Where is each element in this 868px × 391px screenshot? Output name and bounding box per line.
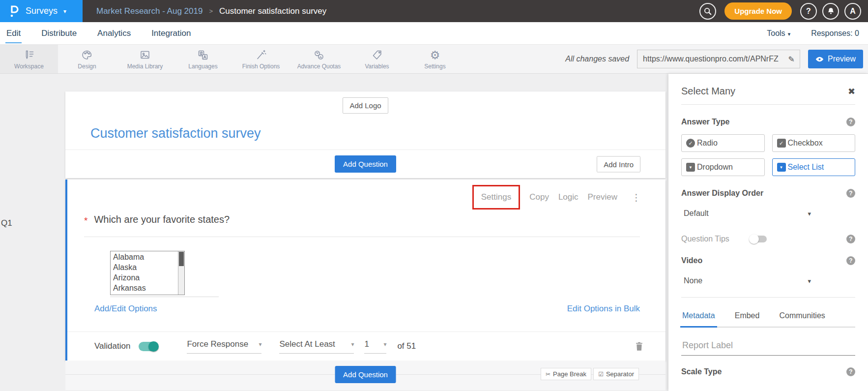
- radio-icon: ✓: [686, 139, 695, 148]
- validation-total-label: of 51: [397, 341, 416, 351]
- tab-communities[interactable]: Communities: [779, 311, 825, 327]
- surveys-product-menu[interactable]: Surveys ▾: [0, 0, 83, 22]
- list-item[interactable]: Arkansas: [113, 283, 178, 293]
- question-settings-action[interactable]: Settings: [481, 192, 511, 202]
- page-break-button[interactable]: ✂ Page Break: [541, 368, 591, 380]
- question-copy-action[interactable]: Copy: [529, 192, 549, 202]
- list-item[interactable]: Alaska: [113, 262, 178, 272]
- nav-tabs: Edit Distribute Analytics Integration: [5, 23, 192, 43]
- validation-toggle[interactable]: [139, 342, 158, 351]
- answer-type-label: Answer Type: [681, 118, 729, 126]
- chevron-down-icon: ▾: [788, 31, 791, 37]
- question-text[interactable]: Which are your favorite states?: [94, 214, 230, 226]
- preview-button[interactable]: Preview: [808, 50, 863, 68]
- close-icon[interactable]: ✖: [848, 86, 855, 97]
- add-intro-button[interactable]: Add Intro: [597, 156, 640, 172]
- video-label: Video: [681, 256, 702, 265]
- help-circle-icon[interactable]: ?: [846, 118, 855, 126]
- select-at-least-dropdown[interactable]: Select At Least ▾: [279, 339, 354, 354]
- toolbar-right: All changes saved ✎ Preview: [565, 45, 868, 73]
- panel-title: Select Many: [681, 86, 735, 97]
- header-actions: Upgrade Now ? A: [699, 2, 868, 20]
- list-item[interactable]: Arizona: [113, 272, 178, 283]
- survey-title[interactable]: Customer satisfaction survey: [90, 126, 665, 141]
- validation-row: Validation Force Response ▾ Select At Le…: [67, 331, 665, 361]
- breadcrumb-folder[interactable]: Market Research - Aug 2019: [96, 6, 203, 16]
- toolbar-item-languages[interactable]: Languages: [174, 45, 232, 73]
- required-asterisk: *: [84, 214, 87, 226]
- media-library-icon: [139, 48, 151, 62]
- validation-count-dropdown[interactable]: 1 ▾: [364, 339, 386, 354]
- tab-edit[interactable]: Edit: [5, 23, 22, 43]
- answer-type-select-list[interactable]: ▼ Select List: [772, 158, 856, 176]
- notifications-button[interactable]: [822, 3, 839, 20]
- answer-type-radio[interactable]: ✓ Radio: [681, 134, 765, 152]
- divider: [681, 297, 855, 298]
- question-number-label: Q1: [1, 218, 12, 228]
- breadcrumb: Market Research - Aug 2019 > Customer sa…: [96, 6, 326, 16]
- section-nav: Edit Distribute Analytics Integration To…: [0, 22, 868, 44]
- separator-button[interactable]: ☑ Separator: [593, 368, 639, 380]
- help-button[interactable]: ?: [800, 3, 817, 20]
- delete-question-button[interactable]: [635, 341, 644, 352]
- answer-type-grid: ✓ Radio ✓ Checkbox ▼ Dropdown ▼ Select L…: [681, 134, 855, 176]
- add-logo-button[interactable]: Add Logo: [343, 97, 388, 114]
- answer-display-order-dropdown[interactable]: Default ▾: [681, 209, 811, 218]
- answer-type-checkbox[interactable]: ✓ Checkbox: [772, 134, 856, 152]
- question-tips-row: Question Tips ?: [681, 235, 855, 243]
- help-circle-icon[interactable]: ?: [846, 367, 855, 376]
- edit-url-pencil-icon[interactable]: ✎: [783, 55, 800, 64]
- tools-menu[interactable]: Tools▾: [767, 29, 790, 38]
- toolbar-item-advance-quotas[interactable]: Advance Quotas: [290, 45, 348, 73]
- answer-type-header: Answer Type ?: [681, 118, 855, 126]
- search-button[interactable]: [699, 3, 716, 20]
- force-response-dropdown[interactable]: Force Response ▾: [187, 339, 261, 354]
- tab-embed[interactable]: Embed: [735, 311, 760, 327]
- toolbar-item-finish-options[interactable]: Finish Options: [232, 45, 290, 73]
- page-break-scissors-icon: ✂: [546, 371, 550, 378]
- separator-checkbox-icon: ☑: [598, 371, 604, 378]
- responses-count[interactable]: Responses: 0: [811, 29, 859, 38]
- list-item[interactable]: Alabama: [113, 252, 178, 262]
- answer-type-dropdown[interactable]: ▼ Dropdown: [681, 158, 765, 176]
- toolbar-item-workspace[interactable]: Workspace: [0, 45, 58, 73]
- video-dropdown[interactable]: None ▾: [681, 276, 811, 285]
- chevron-down-icon: ▾: [808, 210, 811, 217]
- kebab-menu-icon[interactable]: ⋮: [629, 192, 644, 203]
- help-circle-icon[interactable]: ?: [846, 256, 855, 265]
- help-circle-icon[interactable]: ?: [846, 189, 855, 198]
- toolbar-item-settings[interactable]: ⚙ Settings: [406, 45, 464, 73]
- question-tips-toggle[interactable]: [750, 236, 767, 242]
- select-list-preview[interactable]: Alabama Alaska Arizona Arkansas: [110, 251, 185, 295]
- tab-metadata[interactable]: Metadata: [682, 311, 715, 327]
- toolbar-item-media-library[interactable]: Media Library: [116, 45, 174, 73]
- listbox-scrollbar[interactable]: [178, 251, 184, 295]
- question-logic-action[interactable]: Logic: [558, 192, 579, 202]
- logo-row: Add Logo: [65, 91, 665, 114]
- report-label-input[interactable]: [681, 340, 855, 356]
- select-list-icon: ▼: [777, 163, 786, 172]
- tab-distribute[interactable]: Distribute: [40, 23, 78, 43]
- tab-analytics[interactable]: Analytics: [96, 23, 132, 43]
- add-question-button-bottom[interactable]: Add Question: [335, 366, 396, 383]
- dropdown-icon: ▼: [686, 163, 695, 172]
- scale-type-label: Scale Type: [681, 367, 722, 376]
- chevron-down-icon: ▾: [259, 341, 261, 348]
- tab-integration[interactable]: Integration: [150, 23, 192, 43]
- survey-url-input[interactable]: [637, 55, 783, 63]
- scale-type-header: Scale Type ?: [681, 367, 855, 376]
- add-edit-options-link[interactable]: Add/Edit Options: [94, 304, 157, 314]
- upgrade-now-button[interactable]: Upgrade Now: [724, 2, 792, 20]
- add-question-button-top[interactable]: Add Question: [335, 155, 396, 173]
- toolbar-item-design[interactable]: Design: [58, 45, 116, 73]
- languages-icon: [197, 48, 209, 62]
- edit-options-in-bulk-link[interactable]: Edit Options in Bulk: [567, 304, 640, 314]
- question-preview-action[interactable]: Preview: [588, 192, 617, 202]
- help-circle-icon[interactable]: ?: [846, 235, 855, 243]
- chevron-down-icon: ▾: [351, 341, 354, 348]
- trash-icon: [635, 341, 644, 352]
- question-text-row: * Which are your favorite states?: [84, 214, 640, 237]
- user-avatar[interactable]: A: [844, 3, 861, 20]
- toolbar-item-variables[interactable]: Variables: [348, 45, 406, 73]
- scrollbar-thumb[interactable]: [179, 252, 184, 266]
